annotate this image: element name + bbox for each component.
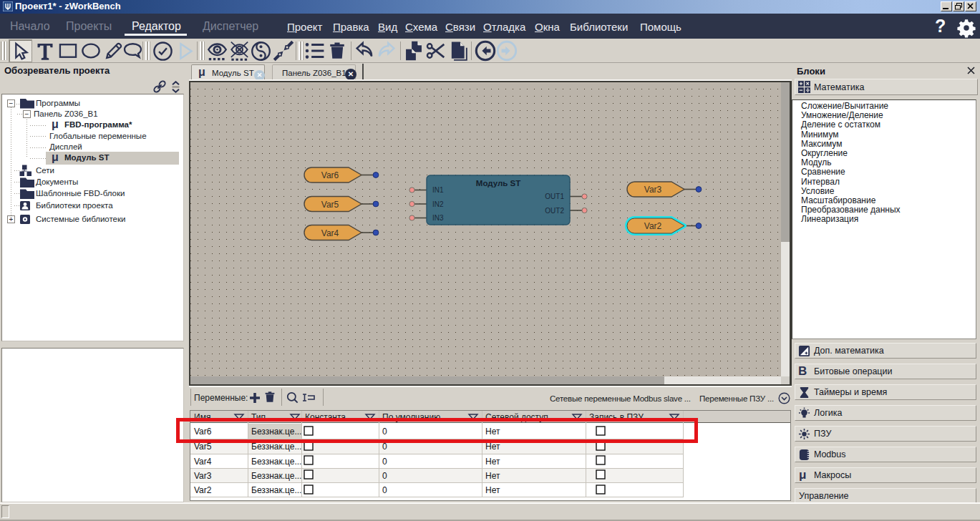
svg-text:OUT1: OUT1 [545, 193, 564, 200]
svg-text:0: 0 [382, 442, 387, 452]
svg-text:IN2: IN2 [432, 200, 444, 208]
svg-text:Нет: Нет [485, 471, 500, 481]
svg-text:Var2: Var2 [644, 221, 662, 231]
svg-text:Модуль ST: Модуль ST [476, 179, 520, 188]
svg-text:Var2: Var2 [194, 485, 212, 495]
svg-text:Var5: Var5 [321, 200, 339, 210]
svg-text:Нет: Нет [485, 485, 500, 495]
svg-text:0: 0 [382, 485, 387, 495]
svg-text:Var4: Var4 [321, 228, 339, 238]
svg-text:Нет: Нет [485, 457, 500, 467]
svg-text:Беззнак.це...: Беззнак.це... [251, 457, 301, 467]
svg-text:IN1: IN1 [432, 186, 444, 194]
svg-text:IN3: IN3 [432, 214, 444, 222]
svg-text:0: 0 [382, 457, 387, 467]
svg-text:Нет: Нет [485, 442, 500, 452]
svg-text:Беззнак.це...: Беззнак.це... [251, 485, 301, 495]
svg-text:Var5: Var5 [194, 442, 212, 452]
svg-text:Var3: Var3 [194, 471, 212, 481]
svg-text:OUT2: OUT2 [545, 207, 564, 215]
svg-text:Var4: Var4 [194, 457, 212, 467]
svg-text:Var3: Var3 [644, 185, 662, 195]
svg-text:Var6: Var6 [321, 170, 339, 180]
svg-text:Беззнак.це...: Беззнак.це... [251, 471, 301, 481]
svg-text:Беззнак.це...: Беззнак.це... [251, 442, 301, 452]
svg-text:0: 0 [382, 471, 387, 481]
